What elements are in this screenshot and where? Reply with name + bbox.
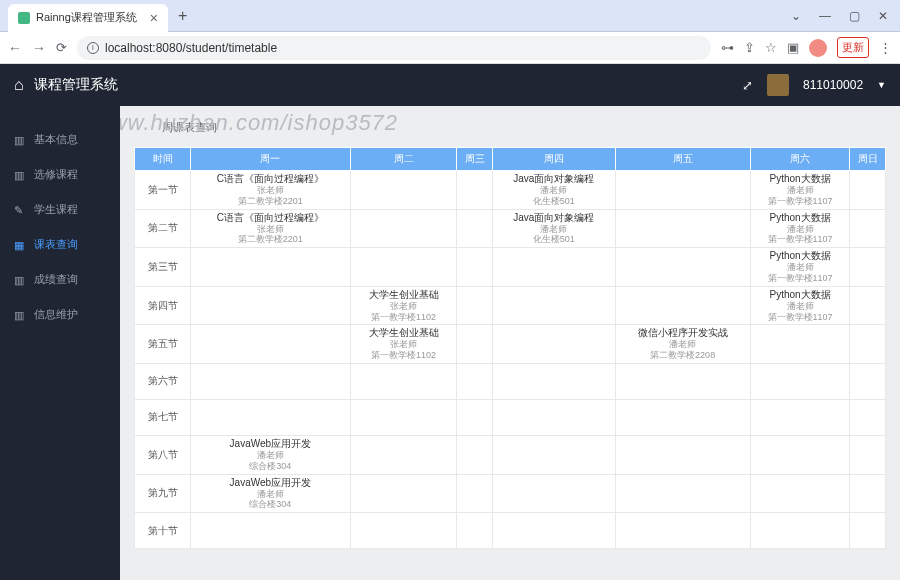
menu-icon[interactable]: ⋮ bbox=[879, 40, 892, 55]
site-info-icon[interactable]: i bbox=[87, 42, 99, 54]
browser-tab[interactable]: Rainng课程管理系统 × bbox=[8, 4, 168, 32]
sidebar-item-elective[interactable]: ▥选修课程 bbox=[0, 157, 120, 192]
sidebar-item-settings[interactable]: ▥信息维护 bbox=[0, 297, 120, 332]
new-tab-button[interactable]: + bbox=[168, 7, 197, 25]
table-header: 周五 bbox=[615, 148, 750, 171]
reload-icon[interactable]: ⟳ bbox=[56, 40, 67, 55]
course-teacher: 张老师 bbox=[353, 339, 455, 350]
course-cell bbox=[750, 325, 850, 364]
course-cell bbox=[615, 399, 750, 435]
course-name: JavaWeb应用开发 bbox=[193, 438, 348, 450]
course-cell bbox=[615, 286, 750, 325]
course-name: Python大数据 bbox=[753, 212, 848, 224]
course-cell bbox=[492, 325, 615, 364]
chevron-down-icon[interactable]: ⌄ bbox=[791, 9, 801, 23]
profile-icon[interactable] bbox=[809, 39, 827, 57]
table-header: 周二 bbox=[350, 148, 457, 171]
period-cell: 第四节 bbox=[135, 286, 191, 325]
course-cell bbox=[615, 248, 750, 287]
table-header: 周日 bbox=[850, 148, 886, 171]
chart-icon: ▥ bbox=[14, 274, 26, 286]
extension-icon[interactable]: ▣ bbox=[787, 40, 799, 55]
maximize-icon[interactable]: ▢ bbox=[849, 9, 860, 23]
key-icon[interactable]: ⊶ bbox=[721, 40, 734, 55]
course-cell bbox=[350, 513, 457, 549]
course-cell bbox=[615, 474, 750, 513]
sidebar-item-timetable[interactable]: ▦课表查询 bbox=[0, 227, 120, 262]
edit-icon: ✎ bbox=[14, 204, 26, 216]
course-teacher: 潘老师 bbox=[753, 301, 848, 312]
course-cell: JavaWeb应用开发潘老师综合楼304 bbox=[191, 435, 351, 474]
course-cell bbox=[750, 435, 850, 474]
sidebar-item-label: 课表查询 bbox=[34, 237, 78, 252]
course-cell bbox=[850, 171, 886, 210]
course-cell bbox=[350, 399, 457, 435]
sidebar-item-label: 学生课程 bbox=[34, 202, 78, 217]
sidebar-item-info[interactable]: ▥基本信息 bbox=[0, 122, 120, 157]
grid-icon: ▦ bbox=[14, 239, 26, 251]
course-cell bbox=[850, 248, 886, 287]
user-id: 811010002 bbox=[803, 78, 863, 92]
period-cell: 第一节 bbox=[135, 171, 191, 210]
share-icon[interactable]: ⇪ bbox=[744, 40, 755, 55]
table-row: 第九节JavaWeb应用开发潘老师综合楼304 bbox=[135, 474, 886, 513]
avatar[interactable] bbox=[767, 74, 789, 96]
course-name: C语言《面向过程编程》 bbox=[193, 212, 348, 224]
fullscreen-icon[interactable]: ⤢ bbox=[742, 78, 753, 93]
url-input[interactable]: i localhost:8080/student/timetable bbox=[77, 36, 711, 60]
course-cell bbox=[191, 325, 351, 364]
sidebar-item-label: 选修课程 bbox=[34, 167, 78, 182]
app-title: 课程管理系统 bbox=[34, 76, 118, 94]
course-name: Python大数据 bbox=[753, 173, 848, 185]
course-cell bbox=[191, 513, 351, 549]
course-cell bbox=[615, 513, 750, 549]
course-room: 第一教学楼1102 bbox=[353, 350, 455, 361]
course-cell: Python大数据潘老师第一教学楼1107 bbox=[750, 286, 850, 325]
back-icon[interactable]: ← bbox=[8, 40, 22, 56]
minimize-icon[interactable]: — bbox=[819, 9, 831, 23]
course-room: 第二教学楼2208 bbox=[618, 350, 748, 361]
update-button[interactable]: 更新 bbox=[837, 37, 869, 58]
home-icon[interactable]: ⌂ bbox=[14, 76, 24, 94]
sidebar-item-grades[interactable]: ▥成绩查询 bbox=[0, 262, 120, 297]
course-cell: Python大数据潘老师第一教学楼1107 bbox=[750, 248, 850, 287]
course-cell bbox=[750, 363, 850, 399]
course-teacher: 张老师 bbox=[353, 301, 455, 312]
chevron-down-icon[interactable]: ▼ bbox=[877, 80, 886, 90]
course-name: Python大数据 bbox=[753, 250, 848, 262]
course-teacher: 潘老师 bbox=[753, 262, 848, 273]
course-cell: C语言《面向过程编程》张老师第二教学楼2201 bbox=[191, 171, 351, 210]
course-cell bbox=[350, 171, 457, 210]
period-cell: 第十节 bbox=[135, 513, 191, 549]
period-cell: 第二节 bbox=[135, 209, 191, 248]
course-cell bbox=[850, 209, 886, 248]
course-cell bbox=[191, 248, 351, 287]
window-controls: ⌄ — ▢ ✕ bbox=[791, 9, 900, 23]
course-cell: C语言《面向过程编程》张老师第二教学楼2201 bbox=[191, 209, 351, 248]
star-icon[interactable]: ☆ bbox=[765, 40, 777, 55]
course-cell bbox=[457, 286, 493, 325]
table-header: 时间 bbox=[135, 148, 191, 171]
course-room: 第一教学楼1107 bbox=[753, 273, 848, 284]
course-cell bbox=[457, 171, 493, 210]
book-icon: ▥ bbox=[14, 169, 26, 181]
table-row: 第三节Python大数据潘老师第一教学楼1107 bbox=[135, 248, 886, 287]
course-cell: Java面向对象编程潘老师化生楼501 bbox=[492, 209, 615, 248]
course-room: 第一教学楼1107 bbox=[753, 196, 848, 207]
sidebar-item-courses[interactable]: ✎学生课程 bbox=[0, 192, 120, 227]
course-cell bbox=[457, 435, 493, 474]
table-header: 周四 bbox=[492, 148, 615, 171]
close-window-icon[interactable]: ✕ bbox=[878, 9, 888, 23]
table-row: 第六节 bbox=[135, 363, 886, 399]
course-name: JavaWeb应用开发 bbox=[193, 477, 348, 489]
course-cell bbox=[350, 363, 457, 399]
course-cell bbox=[191, 399, 351, 435]
forward-icon[interactable]: → bbox=[32, 40, 46, 56]
course-cell bbox=[457, 209, 493, 248]
course-teacher: 潘老师 bbox=[495, 224, 613, 235]
course-cell bbox=[457, 325, 493, 364]
course-name: 大学生创业基础 bbox=[353, 289, 455, 301]
gear-icon: ▥ bbox=[14, 309, 26, 321]
table-row: 第八节JavaWeb应用开发潘老师综合楼304 bbox=[135, 435, 886, 474]
close-icon[interactable]: × bbox=[150, 10, 158, 26]
